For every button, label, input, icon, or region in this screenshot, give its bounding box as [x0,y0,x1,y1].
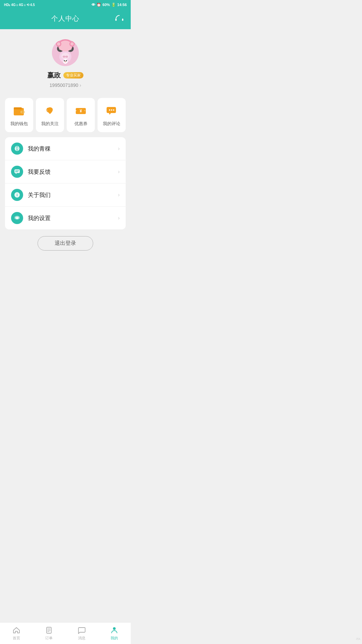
svg-rect-0 [115,19,117,21]
nav-messages[interactable]: 消息 [65,623,98,644]
phone-row[interactable]: 19950071890 › [50,83,81,88]
username-row: 赢政 专业买家 [47,71,83,80]
follow-label: 我的关注 [41,121,59,127]
svg-marker-32 [109,113,111,115]
svg-point-11 [63,56,65,58]
status-bar: HD₂ 4G ᵢᵢ 4G ᵢᵢ ⟲ 4.5 👁 ⏰ 60% 🔋 14:56 [0,0,131,9]
about-label: 关于我们 [28,191,118,199]
menu-item-about[interactable]: i 关于我们 › [5,183,126,207]
action-coupon[interactable]: ¥ 优惠券 [67,98,95,132]
svg-point-26 [22,111,23,113]
phone-number: 19950071890 [50,83,78,88]
chevron-right-feedback: › [118,169,120,175]
nav-orders-label: 订单 [45,636,53,641]
coupon-label: 优惠券 [74,121,87,127]
user-badge: 专业买家 [63,72,83,78]
quick-actions-grid: 我的钱包 我的关注 ¥ 优惠券 [5,98,126,132]
wallet-icon [12,103,26,118]
nav-profile-label: 我的 [111,636,118,641]
svg-point-22 [65,61,66,62]
clock-time: 14:56 [117,3,127,7]
nav-home-label: 首页 [13,636,20,641]
battery-text: 60% [103,3,110,7]
wallet-label: 我的钱包 [10,121,28,127]
page-header: 个人中心 [0,9,131,29]
svg-point-48 [113,627,116,630]
settings-label: 我的设置 [28,214,118,222]
status-left: HD₂ 4G ᵢᵢ 4G ᵢᵢ ⟲ 4.5 [4,3,35,7]
chevron-right-icon: › [79,83,81,88]
page-title: 个人中心 [51,14,79,23]
chevron-right-qingke: › [118,146,120,152]
nav-orders[interactable]: 订单 [33,623,66,644]
menu-item-feedback[interactable]: 我要反馈 › [5,160,126,183]
svg-point-43 [16,217,18,219]
svg-point-34 [111,109,112,111]
svg-rect-1 [122,19,123,21]
svg-point-20 [64,60,65,61]
svg-point-35 [113,109,114,111]
gear-icon [11,212,23,224]
svg-point-18 [70,42,74,46]
menu-item-settings[interactable]: 我的设置 › [5,207,126,229]
menu-item-qingke[interactable]: 我的青稞 › [5,137,126,160]
home-icon [12,626,20,634]
svg-rect-36 [14,169,20,173]
eye-icon: 👁 [92,3,95,7]
follow-icon [43,103,57,118]
alarm-icon: ⏰ [97,3,101,7]
feedback-icon [11,166,23,178]
svg-marker-37 [15,173,17,174]
status-right: 👁 ⏰ 60% 🔋 14:56 [92,3,127,7]
svg-rect-24 [14,107,22,109]
logout-button[interactable]: 退出登录 [38,236,93,251]
orders-icon [45,626,53,634]
status-icons: HD₂ 4G ᵢᵢ 4G ᵢᵢ ⟲ 4.5 [4,3,35,7]
profile-section: 赢政 专业买家 19950071890 › [0,29,131,95]
messages-icon [78,626,86,634]
svg-text:¥: ¥ [80,109,82,113]
battery-icon: 🔋 [111,3,116,7]
menu-list: 我的青稞 › 我要反馈 › i 关 [5,137,126,229]
svg-text:i: i [16,193,17,197]
nav-profile[interactable]: 我的 [98,623,131,644]
headset-icon[interactable] [115,15,124,24]
info-icon: i [11,189,23,201]
profile-nav-icon [110,626,118,634]
qingke-label: 我的青稞 [28,145,118,153]
chevron-right-about: › [118,192,120,198]
svg-point-12 [65,56,68,58]
svg-point-21 [66,60,67,61]
action-follow[interactable]: 我的关注 [36,98,64,132]
logout-section: 退出登录 [0,236,131,251]
svg-point-17 [57,42,60,46]
svg-point-33 [109,109,110,111]
comment-icon [104,103,119,118]
bottom-navigation: 首页 订单 消息 我的 [0,622,131,644]
avatar[interactable] [52,39,79,66]
svg-point-10 [61,53,69,59]
coupon-icon: ¥ [73,103,88,118]
comment-label: 我的评论 [103,121,120,127]
nav-messages-label: 消息 [78,636,85,641]
leaf-icon [11,143,23,155]
main-content: 赢政 专业买家 19950071890 › 我的钱包 [0,29,131,287]
feedback-label: 我要反馈 [28,168,118,176]
action-wallet[interactable]: 我的钱包 [5,98,33,132]
nav-home[interactable]: 首页 [0,623,33,644]
action-comment[interactable]: 我的评论 [98,98,126,132]
username: 赢政 [47,71,61,80]
chevron-right-settings: › [118,215,120,221]
